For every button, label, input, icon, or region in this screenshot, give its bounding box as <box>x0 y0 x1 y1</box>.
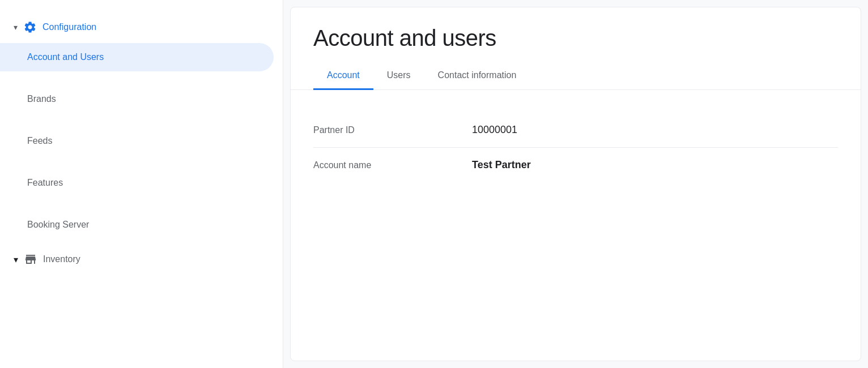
inventory-section-header[interactable]: ▾ Inventory <box>0 243 283 275</box>
inventory-icon <box>24 253 37 266</box>
sidebar-item-label: Account and Users <box>27 52 104 62</box>
tabs-container: Account Users Contact information <box>291 62 861 90</box>
sidebar-item-brands[interactable]: Brands <box>0 85 274 113</box>
sidebar-item-label: Feeds <box>27 136 52 146</box>
tab-account-label: Account <box>327 70 360 80</box>
tab-contact-information[interactable]: Contact information <box>424 62 530 90</box>
tab-account[interactable]: Account <box>313 62 373 90</box>
partner-id-row: Partner ID 10000001 <box>313 113 838 148</box>
sidebar-item-feeds[interactable]: Feeds <box>0 127 274 155</box>
sidebar-item-label: Booking Server <box>27 220 89 229</box>
page-title: Account and users <box>291 7 861 62</box>
tab-contact-information-label: Contact information <box>438 70 517 80</box>
inventory-label: Inventory <box>43 254 80 264</box>
main-content: Account and users Account Users Contact … <box>290 7 861 361</box>
partner-id-label: Partner ID <box>313 125 472 135</box>
gear-icon <box>23 20 37 34</box>
account-name-label: Account name <box>313 160 472 170</box>
inventory-chevron-icon: ▾ <box>14 254 18 265</box>
sidebar-item-label: Brands <box>27 94 56 104</box>
tab-users[interactable]: Users <box>373 62 424 90</box>
sidebar-item-features[interactable]: Features <box>0 169 274 197</box>
sidebar-item-booking-server[interactable]: Booking Server <box>0 211 274 239</box>
sidebar-item-label: Features <box>27 178 63 187</box>
sidebar: ▾ Configuration Account and Users Brands… <box>0 0 283 368</box>
account-name-value: Test Partner <box>472 159 531 171</box>
sidebar-item-account-and-users[interactable]: Account and Users <box>0 43 274 71</box>
partner-id-value: 10000001 <box>472 124 517 136</box>
configuration-label: Configuration <box>42 22 96 32</box>
content-area: Partner ID 10000001 Account name Test Pa… <box>291 90 861 361</box>
tab-users-label: Users <box>387 70 411 80</box>
configuration-section-header[interactable]: ▾ Configuration <box>0 11 283 43</box>
account-name-row: Account name Test Partner <box>313 148 838 182</box>
configuration-chevron-icon: ▾ <box>14 23 18 32</box>
